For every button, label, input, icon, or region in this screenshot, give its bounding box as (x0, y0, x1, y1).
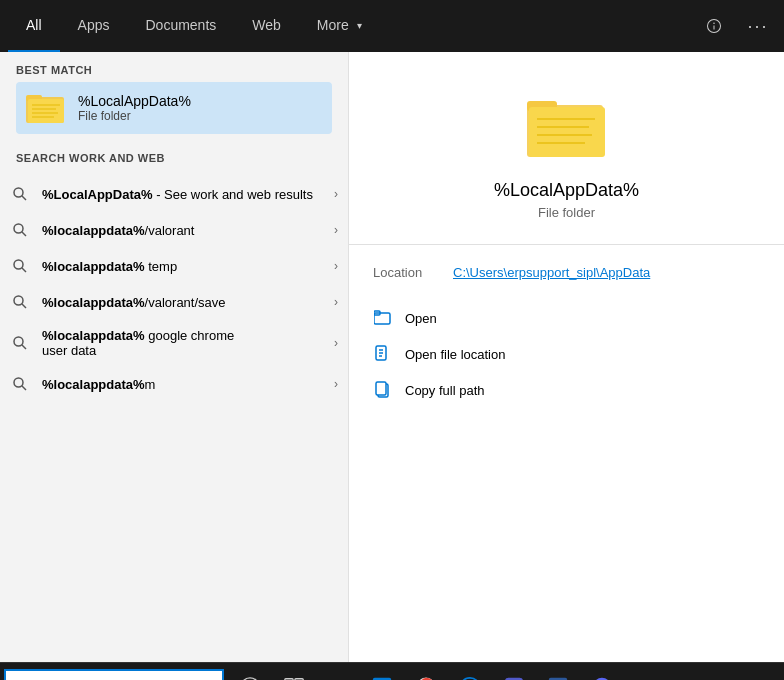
search-icon (10, 256, 30, 276)
result-text: %LocalAppData% - See work and web result… (42, 187, 326, 202)
chevron-down-icon: ▾ (357, 20, 362, 31)
result-text: %localappdata% google chromeuser data (42, 328, 326, 358)
chevron-right-icon: › (334, 259, 338, 273)
folder-open-icon (373, 308, 393, 328)
search-icon (10, 220, 30, 240)
file-explorer-button[interactable] (316, 665, 360, 681)
outlook-button[interactable]: O (360, 665, 404, 681)
top-navigation: All Apps Documents Web More ▾ ··· (0, 0, 784, 52)
list-item[interactable]: %localappdata%m › (0, 366, 348, 402)
right-panel: %LocalAppData% File folder Location C:\U… (348, 52, 784, 662)
chrome-button[interactable] (404, 665, 448, 681)
svg-rect-33 (376, 382, 386, 395)
list-item[interactable]: %localappdata% google chromeuser data › (0, 320, 348, 366)
action-copy-path-label: Copy full path (405, 383, 485, 398)
tab-more-label: More (317, 17, 349, 33)
list-item[interactable]: %localappdata% temp › (0, 248, 348, 284)
tab-apps[interactable]: Apps (60, 0, 128, 52)
tab-documents[interactable]: Documents (127, 0, 234, 52)
result-text: %localappdata%/valorant (42, 223, 326, 238)
svg-line-18 (22, 386, 26, 390)
nav-icons: ··· (696, 8, 776, 44)
divider (349, 244, 784, 245)
svg-point-15 (14, 337, 23, 346)
best-match-section: Best match %LocalAppData% File folder (0, 52, 348, 142)
search-web-section: Search work and web (0, 142, 348, 176)
best-match-title: %LocalAppData% (78, 93, 191, 109)
tab-apps-label: Apps (78, 17, 110, 33)
left-panel: Best match %LocalAppData% File folder (0, 52, 348, 662)
tab-all[interactable]: All (8, 0, 60, 52)
taskbar-search[interactable] (4, 669, 224, 681)
best-match-label: Best match (16, 64, 332, 76)
tab-web-label: Web (252, 17, 281, 33)
search-web-label: Search work and web (16, 152, 332, 164)
feedback-icon (706, 18, 722, 34)
task-view-button[interactable] (272, 665, 316, 681)
action-file-location-label: Open file location (405, 347, 505, 362)
edge-button[interactable] (448, 665, 492, 681)
main-area: Best match %LocalAppData% File folder (0, 52, 784, 662)
svg-rect-21 (529, 107, 605, 157)
file-explorer-icon (327, 676, 349, 681)
svg-line-16 (22, 345, 26, 349)
best-match-subtitle: File folder (78, 109, 191, 123)
chevron-right-icon: › (334, 336, 338, 350)
discord-icon (591, 676, 613, 681)
location-row: Location C:\Users\erpsupport_sipl\AppDat… (349, 261, 784, 284)
svg-line-10 (22, 232, 26, 236)
tab-web[interactable]: Web (234, 0, 299, 52)
action-open-label: Open (405, 311, 437, 326)
chevron-right-icon: › (334, 187, 338, 201)
chevron-right-icon: › (334, 295, 338, 309)
action-open[interactable]: Open (349, 300, 784, 336)
folder-icon-large (527, 92, 607, 164)
best-match-item[interactable]: %LocalAppData% File folder (16, 82, 332, 134)
chevron-right-icon: › (334, 223, 338, 237)
svg-point-13 (14, 296, 23, 305)
outlook-icon: O (371, 676, 393, 681)
result-text: %localappdata%/valorant/save (42, 295, 326, 310)
svg-point-7 (14, 188, 23, 197)
svg-line-12 (22, 268, 26, 272)
svg-point-9 (14, 224, 23, 233)
tab-all-label: All (26, 17, 42, 33)
svg-rect-2 (28, 99, 64, 123)
result-text: %localappdata%m (42, 377, 326, 392)
discord-button[interactable] (580, 665, 624, 681)
action-file-location[interactable]: Open file location (349, 336, 784, 372)
list-item[interactable]: %localappdata%/valorant/save › (0, 284, 348, 320)
right-panel-subtitle: File folder (538, 205, 595, 220)
search-icon (10, 333, 30, 353)
word-icon: W (547, 676, 569, 681)
location-value[interactable]: C:\Users\erpsupport_sipl\AppData (453, 265, 650, 280)
tab-documents-label: Documents (145, 17, 216, 33)
search-circle-button[interactable] (228, 665, 272, 681)
copy-icon (373, 380, 393, 400)
chrome-icon (415, 676, 437, 681)
svg-line-14 (22, 304, 26, 308)
teams-icon: T (503, 676, 525, 681)
search-icon (10, 184, 30, 204)
file-location-icon (373, 344, 393, 364)
action-copy-path[interactable]: Copy full path (349, 372, 784, 408)
chevron-right-icon: › (334, 377, 338, 391)
tab-more[interactable]: More ▾ (299, 0, 380, 52)
more-options-button[interactable]: ··· (740, 8, 776, 44)
list-item[interactable]: %localappdata%/valorant › (0, 212, 348, 248)
folder-icon (26, 90, 66, 126)
best-match-text: %LocalAppData% File folder (78, 93, 191, 123)
taskbar: O T W (0, 662, 784, 680)
edge-icon (459, 676, 481, 681)
search-icon (10, 292, 30, 312)
word-button[interactable]: W (536, 665, 580, 681)
task-view-icon (283, 676, 305, 681)
search-circle-icon (239, 676, 261, 681)
feedback-button[interactable] (696, 8, 732, 44)
teams-button[interactable]: T (492, 665, 536, 681)
location-label: Location (373, 265, 453, 280)
result-text: %localappdata% temp (42, 259, 326, 274)
search-icon (10, 374, 30, 394)
right-panel-title: %LocalAppData% (494, 180, 639, 201)
list-item[interactable]: %LocalAppData% - See work and web result… (0, 176, 348, 212)
